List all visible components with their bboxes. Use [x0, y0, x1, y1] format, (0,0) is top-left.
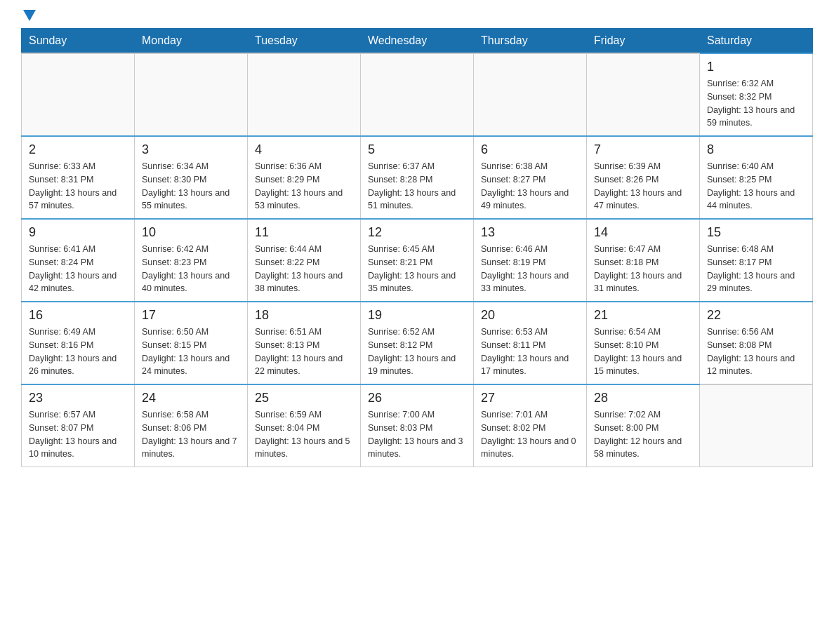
calendar-cell: 26Sunrise: 7:00 AM Sunset: 8:03 PM Dayli… — [361, 384, 474, 467]
day-number: 13 — [481, 225, 579, 240]
calendar-cell: 2Sunrise: 6:33 AM Sunset: 8:31 PM Daylig… — [22, 136, 135, 219]
day-number: 9 — [29, 225, 127, 240]
calendar-cell — [587, 53, 700, 136]
day-info: Sunrise: 6:41 AM Sunset: 8:24 PM Dayligh… — [29, 243, 127, 295]
calendar-cell — [700, 384, 813, 467]
calendar-header-monday: Monday — [135, 29, 248, 54]
calendar-cell: 17Sunrise: 6:50 AM Sunset: 8:15 PM Dayli… — [135, 302, 248, 384]
day-number: 17 — [142, 308, 240, 323]
day-info: Sunrise: 6:57 AM Sunset: 8:07 PM Dayligh… — [29, 408, 127, 461]
calendar-cell: 22Sunrise: 6:56 AM Sunset: 8:08 PM Dayli… — [700, 302, 813, 384]
day-number: 8 — [707, 142, 805, 157]
day-number: 6 — [481, 142, 579, 157]
calendar-cell: 13Sunrise: 6:46 AM Sunset: 8:19 PM Dayli… — [474, 219, 587, 302]
day-number: 25 — [255, 391, 353, 405]
day-info: Sunrise: 6:34 AM Sunset: 8:30 PM Dayligh… — [142, 160, 240, 213]
day-number: 27 — [481, 391, 579, 405]
day-info: Sunrise: 6:56 AM Sunset: 8:08 PM Dayligh… — [707, 326, 805, 378]
day-number: 16 — [29, 308, 127, 323]
calendar-cell: 21Sunrise: 6:54 AM Sunset: 8:10 PM Dayli… — [587, 302, 700, 384]
day-number: 3 — [142, 142, 240, 157]
day-number: 20 — [481, 308, 579, 323]
calendar-cell — [474, 53, 587, 136]
calendar-table: SundayMondayTuesdayWednesdayThursdayFrid… — [21, 28, 813, 467]
calendar-cell: 10Sunrise: 6:42 AM Sunset: 8:23 PM Dayli… — [135, 219, 248, 302]
calendar-cell: 14Sunrise: 6:47 AM Sunset: 8:18 PM Dayli… — [587, 219, 700, 302]
day-info: Sunrise: 6:53 AM Sunset: 8:11 PM Dayligh… — [481, 326, 579, 378]
calendar-cell: 1Sunrise: 6:32 AM Sunset: 8:32 PM Daylig… — [700, 53, 813, 136]
day-info: Sunrise: 6:54 AM Sunset: 8:10 PM Dayligh… — [594, 326, 692, 378]
day-number: 1 — [707, 60, 805, 74]
logo — [21, 14, 36, 21]
day-info: Sunrise: 6:40 AM Sunset: 8:25 PM Dayligh… — [707, 160, 805, 213]
calendar-header-sunday: Sunday — [22, 29, 135, 54]
day-number: 21 — [594, 308, 692, 323]
calendar-header-wednesday: Wednesday — [361, 29, 474, 54]
day-info: Sunrise: 6:48 AM Sunset: 8:17 PM Dayligh… — [707, 243, 805, 295]
day-number: 4 — [255, 142, 353, 157]
calendar-cell: 8Sunrise: 6:40 AM Sunset: 8:25 PM Daylig… — [700, 136, 813, 219]
day-number: 15 — [707, 225, 805, 240]
day-info: Sunrise: 6:32 AM Sunset: 8:32 PM Dayligh… — [707, 77, 805, 130]
calendar-header-saturday: Saturday — [700, 29, 813, 54]
calendar-cell: 7Sunrise: 6:39 AM Sunset: 8:26 PM Daylig… — [587, 136, 700, 219]
day-info: Sunrise: 7:02 AM Sunset: 8:00 PM Dayligh… — [594, 408, 692, 461]
day-info: Sunrise: 6:38 AM Sunset: 8:27 PM Dayligh… — [481, 160, 579, 213]
day-info: Sunrise: 7:00 AM Sunset: 8:03 PM Dayligh… — [368, 408, 466, 461]
day-info: Sunrise: 6:33 AM Sunset: 8:31 PM Dayligh… — [29, 160, 127, 213]
header — [21, 14, 813, 21]
calendar-cell: 20Sunrise: 6:53 AM Sunset: 8:11 PM Dayli… — [474, 302, 587, 384]
calendar-cell: 15Sunrise: 6:48 AM Sunset: 8:17 PM Dayli… — [700, 219, 813, 302]
day-number: 28 — [594, 391, 692, 405]
day-number: 24 — [142, 391, 240, 405]
calendar-cell — [361, 53, 474, 136]
calendar-cell — [248, 53, 361, 136]
day-info: Sunrise: 6:36 AM Sunset: 8:29 PM Dayligh… — [255, 160, 353, 213]
calendar-header-row: SundayMondayTuesdayWednesdayThursdayFrid… — [22, 29, 813, 54]
day-info: Sunrise: 6:50 AM Sunset: 8:15 PM Dayligh… — [142, 326, 240, 378]
calendar-cell: 9Sunrise: 6:41 AM Sunset: 8:24 PM Daylig… — [22, 219, 135, 302]
day-number: 12 — [368, 225, 466, 240]
calendar-header-friday: Friday — [587, 29, 700, 54]
logo-triangle-icon — [23, 10, 36, 21]
calendar-cell: 11Sunrise: 6:44 AM Sunset: 8:22 PM Dayli… — [248, 219, 361, 302]
calendar-week-row: 16Sunrise: 6:49 AM Sunset: 8:16 PM Dayli… — [22, 302, 813, 384]
calendar-cell: 24Sunrise: 6:58 AM Sunset: 8:06 PM Dayli… — [135, 384, 248, 467]
day-number: 26 — [368, 391, 466, 405]
day-info: Sunrise: 7:01 AM Sunset: 8:02 PM Dayligh… — [481, 408, 579, 461]
calendar-cell: 27Sunrise: 7:01 AM Sunset: 8:02 PM Dayli… — [474, 384, 587, 467]
calendar-week-row: 1Sunrise: 6:32 AM Sunset: 8:32 PM Daylig… — [22, 53, 813, 136]
calendar-cell: 5Sunrise: 6:37 AM Sunset: 8:28 PM Daylig… — [361, 136, 474, 219]
day-number: 19 — [368, 308, 466, 323]
calendar-cell: 6Sunrise: 6:38 AM Sunset: 8:27 PM Daylig… — [474, 136, 587, 219]
calendar-cell: 4Sunrise: 6:36 AM Sunset: 8:29 PM Daylig… — [248, 136, 361, 219]
calendar-cell: 28Sunrise: 7:02 AM Sunset: 8:00 PM Dayli… — [587, 384, 700, 467]
day-info: Sunrise: 6:44 AM Sunset: 8:22 PM Dayligh… — [255, 243, 353, 295]
calendar-cell: 19Sunrise: 6:52 AM Sunset: 8:12 PM Dayli… — [361, 302, 474, 384]
calendar-header-thursday: Thursday — [474, 29, 587, 54]
calendar-cell: 3Sunrise: 6:34 AM Sunset: 8:30 PM Daylig… — [135, 136, 248, 219]
calendar-cell — [22, 53, 135, 136]
calendar-cell: 16Sunrise: 6:49 AM Sunset: 8:16 PM Dayli… — [22, 302, 135, 384]
day-number: 10 — [142, 225, 240, 240]
calendar-cell: 18Sunrise: 6:51 AM Sunset: 8:13 PM Dayli… — [248, 302, 361, 384]
calendar-cell — [135, 53, 248, 136]
calendar-cell: 25Sunrise: 6:59 AM Sunset: 8:04 PM Dayli… — [248, 384, 361, 467]
day-number: 11 — [255, 225, 353, 240]
day-info: Sunrise: 6:51 AM Sunset: 8:13 PM Dayligh… — [255, 326, 353, 378]
calendar-week-row: 9Sunrise: 6:41 AM Sunset: 8:24 PM Daylig… — [22, 219, 813, 302]
day-info: Sunrise: 6:39 AM Sunset: 8:26 PM Dayligh… — [594, 160, 692, 213]
calendar-cell: 12Sunrise: 6:45 AM Sunset: 8:21 PM Dayli… — [361, 219, 474, 302]
day-number: 23 — [29, 391, 127, 405]
day-number: 5 — [368, 142, 466, 157]
day-number: 18 — [255, 308, 353, 323]
day-info: Sunrise: 6:58 AM Sunset: 8:06 PM Dayligh… — [142, 408, 240, 461]
day-number: 14 — [594, 225, 692, 240]
day-info: Sunrise: 6:45 AM Sunset: 8:21 PM Dayligh… — [368, 243, 466, 295]
calendar-header-tuesday: Tuesday — [248, 29, 361, 54]
calendar-week-row: 2Sunrise: 6:33 AM Sunset: 8:31 PM Daylig… — [22, 136, 813, 219]
calendar-week-row: 23Sunrise: 6:57 AM Sunset: 8:07 PM Dayli… — [22, 384, 813, 467]
calendar-cell: 23Sunrise: 6:57 AM Sunset: 8:07 PM Dayli… — [22, 384, 135, 467]
svg-marker-0 — [23, 10, 36, 21]
day-info: Sunrise: 6:37 AM Sunset: 8:28 PM Dayligh… — [368, 160, 466, 213]
